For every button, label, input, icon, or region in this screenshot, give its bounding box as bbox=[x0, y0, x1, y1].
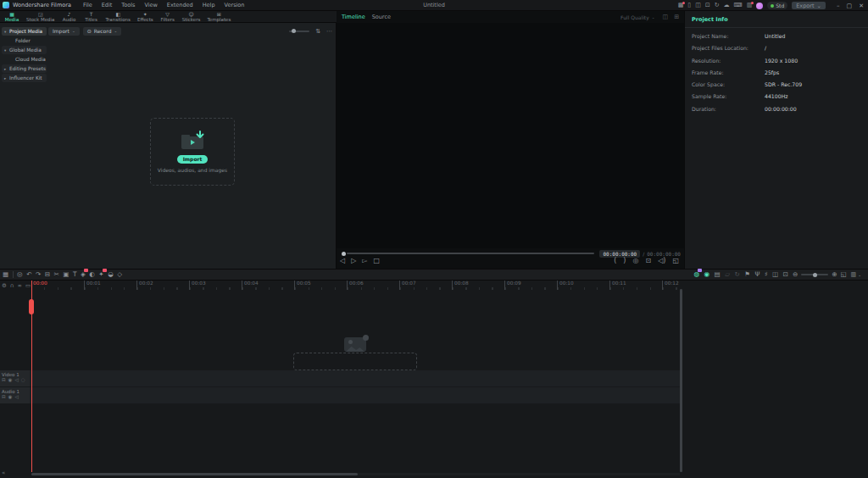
media-bin-icon[interactable]: ▦ bbox=[3, 271, 8, 278]
slider-knob[interactable] bbox=[292, 29, 296, 33]
filters[interactable]: ▽ Filters bbox=[158, 12, 178, 22]
audio-mixer-icon[interactable]: ♯ bbox=[765, 271, 768, 278]
menu-item[interactable]: File bbox=[83, 2, 92, 8]
import-button[interactable]: Import bbox=[177, 155, 209, 164]
sidebar-item[interactable]: ▸ Influencer Kit bbox=[2, 74, 47, 82]
horizontal-scrollbar[interactable] bbox=[31, 473, 680, 475]
sidebar-item[interactable]: ▾ Project Media bbox=[2, 27, 47, 36]
timeline-zoom-in-icon[interactable]: ⊕ bbox=[832, 271, 837, 278]
video-viewport[interactable] bbox=[337, 23, 684, 248]
workspace-layout-icon[interactable]: ◫ bbox=[695, 3, 701, 8]
text-tool-icon[interactable]: T bbox=[73, 271, 77, 278]
ai-cutout-icon[interactable]: ◈ bbox=[81, 271, 86, 278]
promo-gift-icon[interactable]: ▩ bbox=[678, 3, 684, 8]
seek-handle[interactable] bbox=[342, 252, 346, 256]
sidebar-item[interactable]: Cloud Media bbox=[2, 55, 47, 64]
preview-window-icon[interactable]: ◫ bbox=[663, 14, 669, 20]
menu-item[interactable]: Version bbox=[225, 2, 245, 8]
voiceover-mic-icon[interactable]: Ψ bbox=[754, 271, 760, 278]
timeline-zoom-slider[interactable] bbox=[801, 274, 828, 275]
transitions[interactable]: ◧ Transitions bbox=[103, 12, 133, 22]
menu-item[interactable]: Edit bbox=[102, 2, 113, 8]
ai-assistant-icon[interactable]: ◉ bbox=[704, 271, 710, 278]
chroma-key-icon[interactable]: ◒ bbox=[108, 271, 114, 278]
media[interactable]: ▦ Media bbox=[2, 12, 22, 22]
preview-zoom-icon[interactable]: ◎ bbox=[632, 258, 638, 264]
preview-tab[interactable]: Source bbox=[372, 14, 391, 20]
sidebar-item[interactable]: ▾ Global Media bbox=[2, 46, 47, 54]
scrollbar-thumb[interactable] bbox=[31, 473, 358, 475]
slider-knob[interactable] bbox=[813, 273, 817, 277]
group-icon[interactable]: ▱ bbox=[725, 271, 730, 278]
keyboard-shortcuts-icon[interactable]: ⌨ bbox=[734, 3, 743, 8]
undo-icon[interactable]: ↶ bbox=[26, 271, 31, 278]
performance-icon[interactable]: ▥ bbox=[747, 3, 753, 8]
marker-strip-icon[interactable]: ▭ bbox=[25, 283, 31, 289]
import-dropdown-button[interactable]: Import ⌄ bbox=[48, 27, 80, 36]
stop-icon[interactable]: □ bbox=[373, 258, 380, 264]
hide-icon[interactable]: ◉ bbox=[8, 395, 13, 400]
snapshot-icon[interactable]: ⊡ bbox=[645, 258, 651, 264]
ai-enhance-icon[interactable]: ✦ bbox=[98, 271, 103, 278]
titles[interactable]: T Titles bbox=[81, 12, 102, 22]
menu-item[interactable]: Tools bbox=[121, 2, 135, 8]
sidebar-item[interactable]: Folder bbox=[2, 36, 47, 45]
minimize-button[interactable]: – bbox=[837, 3, 840, 9]
menu-item[interactable]: Extended bbox=[167, 2, 193, 8]
menu-item[interactable]: View bbox=[144, 2, 157, 8]
scrollbar-thumb[interactable] bbox=[680, 289, 682, 472]
effects[interactable]: ✦ Effects bbox=[135, 12, 156, 22]
menu-item[interactable]: Help bbox=[203, 2, 215, 8]
quality-selector[interactable]: Full Quality ⌄ bbox=[620, 14, 654, 20]
timeline-settings-icon[interactable]: ⚙ bbox=[2, 283, 7, 289]
storyboard-icon[interactable]: ▤ bbox=[715, 271, 721, 278]
preview-tab[interactable]: Timeline bbox=[342, 14, 365, 20]
track-manager-button[interactable]: ▥ ⌄ bbox=[851, 271, 861, 278]
zoom-tool-icon[interactable]: ◎ bbox=[17, 271, 23, 278]
timeline-drop-zone[interactable] bbox=[293, 353, 417, 370]
cloud-icon[interactable]: ☁ bbox=[724, 3, 730, 8]
mute-icon[interactable]: ◁ bbox=[14, 378, 18, 383]
mark-out-icon[interactable]: ) bbox=[623, 258, 626, 264]
audio-track-lane[interactable] bbox=[30, 387, 680, 403]
prev-frame-icon[interactable]: ◁ bbox=[340, 258, 345, 264]
snap-icon[interactable]: ∩ bbox=[10, 283, 14, 289]
lock-icon[interactable]: ⊟ bbox=[2, 378, 6, 383]
maximize-button[interactable]: ▢ bbox=[847, 3, 853, 9]
vertical-scrollbar[interactable] bbox=[680, 289, 682, 472]
stock-media[interactable]: ◲ Stock Media bbox=[24, 12, 58, 22]
display-icon[interactable]: ⊡ bbox=[705, 3, 710, 8]
delete-icon[interactable]: ⊟ bbox=[45, 271, 50, 278]
redo-icon[interactable]: ↷ bbox=[36, 271, 41, 278]
hide-icon[interactable]: ◉ bbox=[8, 378, 13, 383]
seek-bar[interactable] bbox=[347, 253, 594, 254]
mute-icon[interactable]: ◁ bbox=[14, 395, 18, 400]
mark-in-icon[interactable]: ( bbox=[614, 258, 616, 264]
volume-icon[interactable]: ◁) bbox=[658, 258, 665, 264]
render-preview-icon[interactable]: ◫ bbox=[772, 271, 778, 278]
lock-icon[interactable]: ⊟ bbox=[2, 395, 6, 400]
playhead-handle[interactable] bbox=[29, 299, 34, 314]
collapse-tracks-icon[interactable]: « bbox=[2, 470, 5, 476]
thumbnail-zoom-slider[interactable] bbox=[289, 31, 309, 32]
more-options-icon[interactable]: ⋯ bbox=[326, 28, 332, 35]
crop-icon[interactable]: ▣ bbox=[63, 271, 69, 278]
record-dropdown-button[interactable]: ⊙ Record ⌄ bbox=[83, 27, 122, 36]
play-icon[interactable]: ▻ bbox=[362, 258, 367, 264]
close-button[interactable]: ✕ bbox=[859, 3, 864, 9]
user-avatar[interactable] bbox=[756, 3, 763, 9]
detach-preview-icon[interactable]: ⊞ bbox=[674, 14, 679, 20]
fullscreen-icon[interactable]: ◱ bbox=[672, 258, 679, 264]
video-track-lane[interactable] bbox=[30, 370, 680, 386]
next-frame-icon[interactable]: ▷ bbox=[351, 258, 356, 264]
sidebar-item[interactable]: ▸ Editing Presets bbox=[2, 64, 47, 73]
sort-icon[interactable]: ⇅ bbox=[315, 28, 320, 35]
keyframe-icon[interactable]: ◇ bbox=[117, 271, 122, 278]
rerender-icon[interactable]: ↻ bbox=[734, 271, 739, 278]
export-button[interactable]: Export ⌄ bbox=[792, 2, 826, 9]
mask-icon[interactable]: ◐ bbox=[89, 271, 95, 278]
plan-badge[interactable]: Std bbox=[767, 2, 787, 9]
export-frame-icon[interactable]: ⊡ bbox=[783, 271, 788, 278]
timeline-zoom-out-icon[interactable]: ⊖ bbox=[793, 271, 798, 278]
ai-copilot-icon[interactable]: ◍ bbox=[693, 271, 699, 278]
